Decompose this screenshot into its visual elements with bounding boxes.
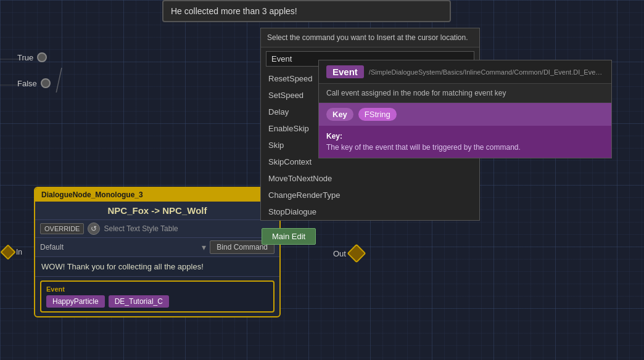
in-pin: In <box>2 247 22 258</box>
event-subnode-badges: HappyParticle DE_Tutorial_C <box>46 295 268 308</box>
tooltip-text: The key of the event that will be trigge… <box>326 143 521 152</box>
false-pin <box>41 78 51 88</box>
override-button[interactable]: OVERRIDE <box>40 223 84 234</box>
dialogue-text: WOW! Thank you for collecting all the ap… <box>35 256 279 277</box>
event-subnode-label: Event <box>46 285 268 293</box>
default-dropdown[interactable]: Default ▾ <box>40 242 206 252</box>
param-type-badge: FString <box>358 108 397 121</box>
dialogue-bubble: He collected more than 3 apples! <box>162 0 451 22</box>
list-item[interactable]: MoveToNextNode <box>261 170 479 187</box>
event-tooltip: Key: The key of the event that will be t… <box>319 126 611 158</box>
event-params-row: Key FString <box>326 108 604 121</box>
true-label: True <box>17 53 33 62</box>
dialogue-node-header: DialogueNode_Monologue_3 <box>35 188 279 202</box>
main-edit-button[interactable]: Main Edit <box>262 228 316 245</box>
event-title-path: /SimpleDialogueSystem/Basics/InlineComma… <box>369 68 604 76</box>
in-pin-diamond <box>0 244 15 260</box>
out-pin-diamond <box>347 243 366 263</box>
tooltip-label: Key: <box>326 132 342 141</box>
out-label: Out <box>333 249 346 258</box>
dialogue-node-controls: OVERRIDE ↺ Select Text Style Table <box>35 219 279 237</box>
false-label: False <box>17 79 37 88</box>
dropdown-arrow: ▾ <box>202 242 206 252</box>
param-key-badge: Key <box>326 108 353 121</box>
event-subnode: Event HappyParticle DE_Tutorial_C <box>40 280 275 313</box>
true-pin <box>37 52 47 62</box>
event-title-badge: Event <box>326 65 364 78</box>
list-item[interactable]: StopDialogue <box>261 203 479 220</box>
event-title-bar: Event /SimpleDialogueSystem/Basics/Inlin… <box>319 60 611 84</box>
false-node: False <box>17 78 51 88</box>
event-badge-happy: HappyParticle <box>46 295 105 308</box>
event-params: Key FString <box>319 103 611 126</box>
style-icon-button[interactable]: ↺ <box>88 223 100 235</box>
dropdown-label: Default <box>40 243 199 252</box>
true-node: True <box>17 52 47 62</box>
cs-header: Select the command you want to Insert at… <box>261 28 479 47</box>
dialogue-node-subtitle: NPC_Fox -> NPC_Wolf <box>35 202 279 219</box>
event-badge-tutorial: DE_Tutorial_C <box>109 295 169 308</box>
event-detail-panel: Event /SimpleDialogueSystem/Basics/Inlin… <box>318 60 612 158</box>
in-pin-label: In <box>16 248 22 256</box>
bind-command-row: Default ▾ Bind Command <box>35 237 279 256</box>
list-item[interactable]: ChangeRenderType <box>261 187 479 203</box>
style-select[interactable]: Select Text Style Table <box>104 224 275 233</box>
dialogue-node: DialogueNode_Monologue_3 NPC_Fox -> NPC_… <box>34 187 281 317</box>
event-description: Call event assigned in the node for matc… <box>319 84 611 103</box>
out-node: Out <box>333 247 363 260</box>
